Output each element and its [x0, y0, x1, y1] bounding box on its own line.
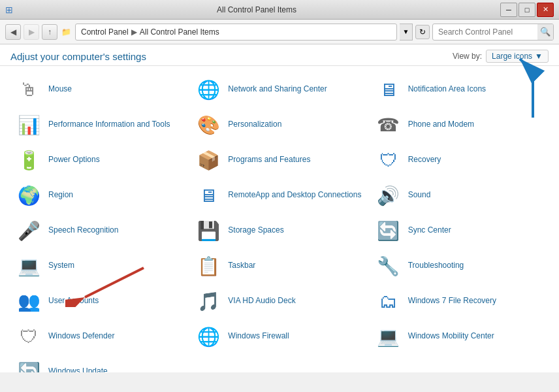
forward-button[interactable]: ▶ [24, 24, 39, 40]
grid-item[interactable]: 🎨Personalization [190, 108, 368, 142]
main-panel: Adjust your computer's settings View by:… [0, 44, 559, 372]
item-icon: 💾 [195, 218, 221, 244]
item-icon: 📊 [16, 112, 42, 138]
item-label: Power Options [48, 155, 100, 165]
item-icon: 📋 [195, 253, 221, 279]
red-arrow-annotation [65, 261, 150, 307]
item-label: Windows Update [48, 367, 108, 372]
item-icon: ☎ [375, 112, 402, 138]
item-icon: 💻 [375, 323, 402, 350]
item-label: Troubleshooting [408, 261, 464, 271]
item-label: Windows Defender [48, 331, 114, 342]
grid-item[interactable]: 📋Taskbar [190, 249, 368, 283]
item-label: Taskbar [228, 261, 255, 271]
path-dropdown[interactable]: ▼ [400, 24, 413, 41]
grid-item[interactable]: 🔊Sound [370, 178, 549, 212]
search-box[interactable]: 🔍 [432, 24, 554, 41]
item-icon: 🔄 [375, 218, 402, 244]
item-icon: 🖱 [16, 76, 42, 103]
item-label: Speech Recognition [48, 225, 118, 236]
grid-item[interactable]: 🔋Power Options [10, 143, 189, 177]
grid-item[interactable]: 🎵VIA HD Audio Deck [190, 284, 368, 318]
grid-item[interactable]: 💻Windows Mobility Center [370, 319, 549, 353]
item-label: Windows 7 File Recovery [408, 296, 496, 306]
grid-item[interactable]: 🖥Notification Area Icons [370, 73, 549, 106]
up-button[interactable]: ↑ [42, 24, 57, 40]
grid-item[interactable]: 🌐Network and Sharing Center [190, 73, 368, 106]
item-label: VIA HD Audio Deck [228, 296, 295, 306]
address-path[interactable]: Control Panel ▶ All Control Panel Items [75, 24, 397, 41]
item-label: Windows Mobility Center [408, 331, 494, 342]
grid-item[interactable]: 🔧Troubleshooting [370, 249, 549, 283]
grid-item[interactable]: ☎Phone and Modem [370, 108, 549, 142]
content-area[interactable]: 🖱Mouse🌐Network and Sharing Center🖥Notifi… [0, 66, 559, 372]
item-icon: 🌍 [16, 182, 42, 208]
minimize-button[interactable]: ─ [500, 3, 517, 17]
maximize-button[interactable]: □ [519, 3, 535, 17]
refresh-button[interactable]: ↻ [415, 25, 430, 39]
grid-item[interactable]: 🛡Windows Defender [10, 319, 189, 353]
window-icon: ⊞ [5, 5, 13, 15]
path-control-panel[interactable]: Control Panel [81, 27, 129, 37]
view-by-dropdown[interactable]: Large icons ▼ [486, 50, 549, 63]
item-label: Recovery [408, 155, 441, 165]
item-icon: 🔊 [375, 182, 402, 208]
item-icon: 🖥 [375, 76, 402, 103]
address-bar: ◀ ▶ ↑ 📁 Control Panel ▶ All Control Pane… [0, 20, 559, 44]
item-label: Notification Area Icons [408, 84, 486, 95]
item-label: Sound [408, 190, 431, 201]
item-icon: 🔋 [16, 147, 42, 173]
item-label: Network and Sharing Center [228, 84, 327, 95]
view-by-arrow-icon: ▼ [535, 52, 543, 61]
view-by-value-text: Large icons [492, 52, 532, 61]
content-wrapper: 🖱Mouse🌐Network and Sharing Center🖥Notifi… [0, 66, 559, 372]
item-label: Performance Information and Tools [48, 120, 170, 130]
item-label: Programs and Features [228, 155, 310, 165]
grid-item[interactable]: 📊Performance Information and Tools [10, 108, 189, 142]
grid-item[interactable]: 🖱Mouse [10, 73, 189, 106]
item-icon: 🛡 [375, 147, 402, 173]
item-icon: 🎵 [195, 288, 221, 314]
item-icon: 💻 [16, 253, 42, 279]
window-controls: ─ □ ✕ [500, 3, 554, 17]
item-label: RemoteApp and Desktop Connections [228, 190, 361, 201]
view-by-control: View by: Large icons ▼ [453, 50, 549, 63]
item-icon: 🎨 [195, 112, 221, 138]
item-icon: 🎤 [16, 218, 42, 244]
item-icon: 👥 [16, 288, 42, 314]
grid-item[interactable]: 🔄Sync Center [370, 214, 549, 248]
grid-item[interactable]: 🌐Windows Firewall [190, 319, 368, 353]
view-by-label: View by: [453, 52, 482, 61]
item-label: Mouse [48, 84, 72, 95]
item-icon: 🔄 [16, 359, 42, 372]
item-label: Personalization [228, 120, 281, 130]
grid-item[interactable]: 🛡Recovery [370, 143, 549, 177]
search-button[interactable]: 🔍 [537, 24, 553, 40]
item-icon: 🌐 [195, 76, 221, 103]
item-icon: 🖥 [195, 182, 221, 208]
item-icon: 🗂 [375, 288, 402, 314]
grid-item[interactable]: 📦Programs and Features [190, 143, 368, 177]
items-grid: 🖱Mouse🌐Network and Sharing Center🖥Notifi… [10, 73, 549, 372]
grid-item[interactable]: 🗂Windows 7 File Recovery [370, 284, 549, 318]
window-title: All Control Panel Items [13, 5, 500, 14]
item-label: Region [48, 190, 73, 201]
search-input[interactable] [433, 27, 537, 37]
item-label: Sync Center [408, 225, 451, 236]
close-button[interactable]: ✕ [537, 3, 554, 17]
grid-item[interactable]: 🖥RemoteApp and Desktop Connections [190, 178, 368, 212]
grid-item[interactable]: 🔄Windows Update [10, 355, 189, 372]
grid-item[interactable]: 🎤Speech Recognition [10, 214, 189, 248]
item-label: Windows Firewall [228, 331, 289, 342]
title-bar: ⊞ All Control Panel Items ─ □ ✕ [0, 0, 559, 20]
grid-item[interactable]: 💾Storage Spaces [190, 214, 368, 248]
item-label: Phone and Modem [408, 120, 474, 130]
back-button[interactable]: ◀ [5, 24, 21, 40]
grid-item[interactable]: 🌍Region [10, 178, 189, 212]
path-all-items[interactable]: All Control Panel Items [140, 27, 219, 37]
item-label: Storage Spaces [228, 225, 283, 236]
item-icon: 🔧 [375, 253, 402, 279]
adjust-title: Adjust your computer's settings [10, 51, 146, 62]
item-icon: 📦 [195, 147, 221, 173]
item-icon: 🌐 [195, 323, 221, 350]
